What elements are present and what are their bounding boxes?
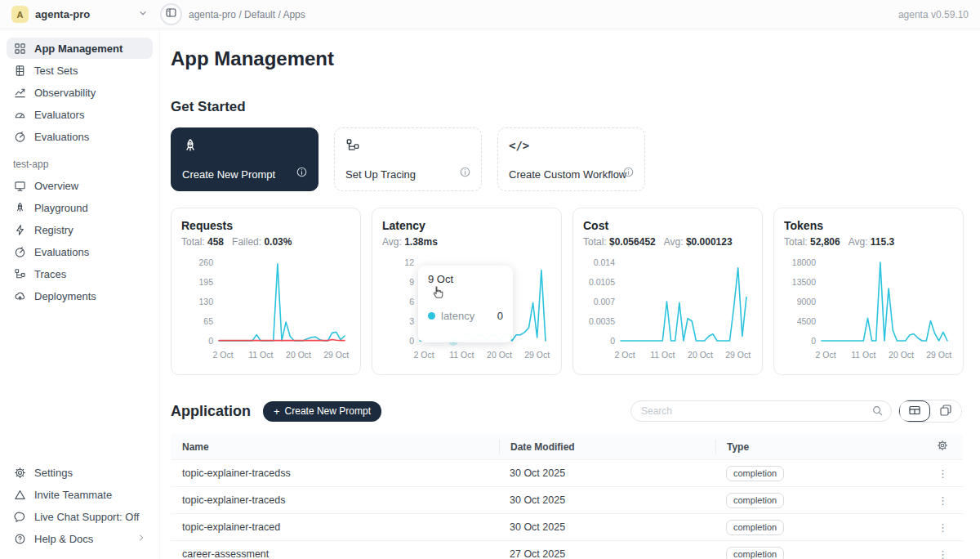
sidebar-item-label: Registry bbox=[34, 224, 74, 236]
sidebar-item-observability[interactable]: Observability bbox=[7, 82, 153, 103]
stat-label: Total: bbox=[181, 236, 207, 248]
create-custom-workflow-card[interactable]: </> Create Custom Workflow bbox=[497, 127, 645, 191]
svg-text:2 Oct: 2 Oct bbox=[615, 350, 635, 360]
sidebar-item-overview[interactable]: Overview bbox=[7, 175, 153, 196]
requests-chart[interactable]: 0651301952602 Oct11 Oct20 Oct29 Oct bbox=[181, 254, 352, 362]
lightning-icon bbox=[13, 223, 26, 236]
cell-actions: ⋮ bbox=[893, 548, 963, 559]
sidebar-item-label: Deployments bbox=[34, 290, 96, 302]
main-content: App Management Get Started Create New Pr… bbox=[160, 29, 980, 559]
breadcrumb[interactable]: agenta-pro / Default / Apps bbox=[189, 9, 898, 20]
stat-value: 0.03% bbox=[264, 236, 292, 248]
table-settings[interactable] bbox=[893, 440, 963, 454]
svg-text:6: 6 bbox=[409, 297, 414, 306]
sidebar-item-label: Observability bbox=[34, 87, 96, 99]
stat-value: 458 bbox=[207, 236, 224, 248]
monitor-icon bbox=[13, 179, 26, 192]
column-name[interactable]: Name bbox=[171, 441, 499, 453]
sidebar-item-evaluations[interactable]: Evaluations bbox=[7, 126, 153, 147]
svg-text:11 Oct: 11 Oct bbox=[650, 350, 675, 360]
sidebar-item-app-management[interactable]: App Management bbox=[7, 38, 153, 59]
sidebar-collapse-button[interactable] bbox=[160, 3, 182, 25]
cell-name: topic-explainer-traceds bbox=[171, 494, 499, 506]
svg-text:0.014: 0.014 bbox=[594, 257, 615, 267]
question-circle-icon bbox=[13, 532, 26, 545]
sidebar-item-evaluations-app[interactable]: Evaluations bbox=[7, 241, 153, 262]
cell-date-modified: 27 Oct 2025 bbox=[499, 548, 715, 559]
cost-chart-card: Cost Total: $0.056452Avg: $0.000123 00.0… bbox=[572, 208, 763, 375]
type-badge: completion bbox=[726, 520, 784, 535]
cell-type: completion bbox=[715, 493, 893, 508]
row-menu-button[interactable]: ⋮ bbox=[938, 494, 948, 507]
sidebar-item-label: Evaluations bbox=[34, 131, 89, 143]
sidebar-item-label: App Management bbox=[34, 42, 122, 55]
triangle-icon bbox=[13, 488, 26, 501]
chart-title: Latency bbox=[382, 219, 551, 232]
table-row[interactable]: topic-explainer-traced30 Oct 2025complet… bbox=[171, 513, 963, 540]
sidebar-item-settings[interactable]: Settings bbox=[7, 462, 153, 483]
table-row[interactable]: career-assessment27 Oct 2025completion⋮ bbox=[171, 540, 963, 559]
svg-text:2 Oct: 2 Oct bbox=[816, 350, 836, 360]
sidebar-item-label: Help & Docs bbox=[34, 533, 93, 545]
svg-text:11 Oct: 11 Oct bbox=[449, 350, 474, 360]
row-menu-button[interactable]: ⋮ bbox=[938, 467, 948, 480]
series-dot bbox=[428, 312, 435, 320]
speedometer-icon bbox=[13, 245, 26, 258]
info-icon[interactable] bbox=[622, 166, 635, 181]
card-view-button[interactable] bbox=[930, 400, 961, 422]
row-menu-button[interactable]: ⋮ bbox=[938, 548, 948, 559]
stat-label: Avg: bbox=[664, 236, 686, 248]
svg-text:20 Oct: 20 Oct bbox=[487, 350, 512, 360]
search-wrap bbox=[630, 400, 892, 422]
info-icon[interactable] bbox=[459, 166, 471, 181]
svg-text:130: 130 bbox=[198, 297, 213, 306]
rocket-icon bbox=[13, 201, 26, 214]
sidebar-item-label: Overview bbox=[34, 180, 78, 192]
sidebar-item-label: Invite Teammate bbox=[34, 489, 112, 501]
grid-icon bbox=[13, 42, 26, 55]
stat-value: $0.000123 bbox=[686, 236, 733, 248]
sidebar-item-playground[interactable]: Playground bbox=[7, 197, 153, 218]
sidebar-item-deployments[interactable]: Deployments bbox=[7, 285, 153, 306]
sidebar-item-live-chat[interactable]: Live Chat Support: Off bbox=[7, 506, 153, 527]
rocket-icon bbox=[182, 143, 198, 157]
set-up-tracing-card[interactable]: Set Up Tracing bbox=[334, 127, 482, 191]
sidebar-item-invite-teammate[interactable]: Invite Teammate bbox=[7, 484, 153, 505]
topbar: A agenta-pro agenta-pro / Default / Apps… bbox=[0, 0, 980, 29]
sidebar-item-evaluators[interactable]: Evaluators bbox=[7, 104, 153, 125]
tokens-chart[interactable]: 04500900013500180002 Oct11 Oct20 Oct29 O… bbox=[784, 254, 955, 362]
create-new-prompt-card[interactable]: Create New Prompt bbox=[171, 127, 318, 191]
sidebar-item-test-sets[interactable]: Test Sets bbox=[7, 60, 153, 81]
sidebar-item-registry[interactable]: Registry bbox=[7, 219, 153, 240]
cost-chart[interactable]: 00.00350.0070.01050.0142 Oct11 Oct20 Oct… bbox=[583, 254, 754, 362]
sidebar-footer: Settings Invite Teammate Live Chat Suppo… bbox=[7, 462, 153, 549]
sidebar-item-label: Live Chat Support: Off bbox=[34, 511, 139, 523]
sidebar-item-label: Test Sets bbox=[34, 65, 78, 77]
table-row[interactable]: topic-explainer-traceds30 Oct 2025comple… bbox=[171, 486, 963, 513]
table-row[interactable]: topic-explainer-tracedss30 Oct 2025compl… bbox=[171, 459, 963, 486]
column-type[interactable]: Type bbox=[715, 440, 893, 454]
row-menu-button[interactable]: ⋮ bbox=[938, 521, 948, 534]
workspace-selector[interactable]: A agenta-pro bbox=[11, 6, 149, 23]
search-input[interactable] bbox=[630, 400, 892, 422]
version-label: agenta v0.59.10 bbox=[898, 9, 969, 20]
stat-label: Total: bbox=[583, 236, 609, 248]
card-label: Set Up Tracing bbox=[345, 168, 416, 181]
svg-text:2 Oct: 2 Oct bbox=[213, 350, 234, 360]
create-new-prompt-button[interactable]: + Create New Prompt bbox=[263, 401, 381, 422]
latency-chart-card: Latency Avg: 1.38ms 0369122 Oct11 Oct20 … bbox=[372, 208, 562, 375]
tree-icon bbox=[13, 267, 26, 280]
table-header: Name Date Modified Type bbox=[171, 434, 963, 459]
card-label: Create New Prompt bbox=[182, 168, 275, 181]
search-icon[interactable] bbox=[871, 405, 884, 420]
cell-actions: ⋮ bbox=[893, 467, 963, 480]
sidebar-item-help-docs[interactable]: Help & Docs bbox=[7, 528, 153, 549]
stat-label: Total: bbox=[784, 236, 810, 248]
type-badge: completion bbox=[726, 493, 784, 508]
info-icon[interactable] bbox=[296, 166, 308, 181]
cell-date-modified: 30 Oct 2025 bbox=[499, 467, 715, 479]
table-view-button[interactable] bbox=[899, 400, 930, 422]
svg-text:0.007: 0.007 bbox=[594, 297, 615, 306]
column-date-modified[interactable]: Date Modified bbox=[499, 440, 715, 454]
sidebar-item-traces[interactable]: Traces bbox=[7, 263, 153, 284]
